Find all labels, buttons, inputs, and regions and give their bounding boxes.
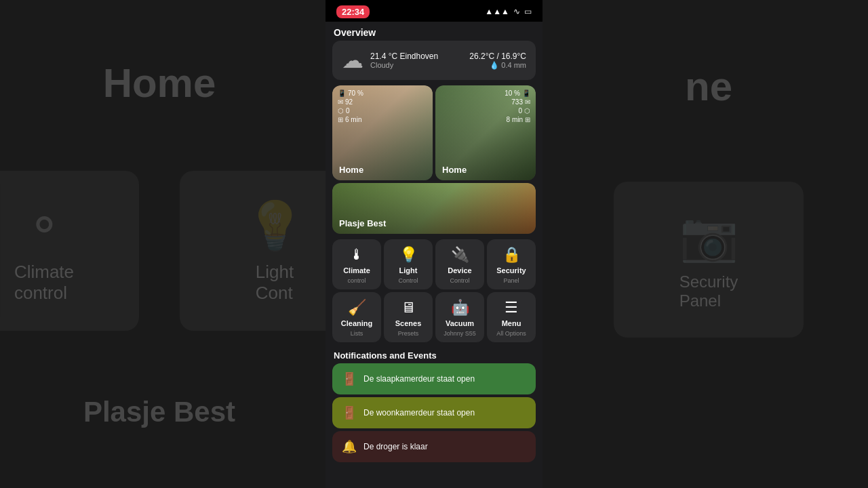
- signal-icon: ▲▲▲: [485, 7, 509, 16]
- card2-stats: 📱 10 % ✉ 733 ⬡ 0 ⊞ 8 min: [505, 89, 530, 123]
- device-label: Device: [448, 266, 471, 274]
- status-bar: 22:34 ▲▲▲ ∿ ▭: [326, 0, 542, 22]
- menu-icon: ☰: [505, 299, 518, 317]
- bg-plasje-label: Plasje Best: [83, 396, 235, 428]
- card2-label: Home: [442, 165, 467, 175]
- notification-3[interactable]: 🔔 De droger is klaar: [332, 431, 536, 462]
- overview-header: Overview: [326, 22, 542, 41]
- actions-grid: 🌡 Climate control 💡 Light Control 🔌 Devi…: [332, 239, 536, 342]
- scenes-sub: Presets: [398, 330, 419, 337]
- cube-icon-1: ⬡: [338, 107, 344, 115]
- scenes-label: Scenes: [395, 319, 422, 327]
- vacuum-button[interactable]: 🤖 Vacuum Johnny S55: [435, 292, 484, 342]
- bg-light-label: LightCont: [256, 262, 294, 304]
- security-button[interactable]: 🔒 Security Panel: [487, 239, 536, 289]
- menu-sub: All Options: [496, 330, 526, 337]
- phone-icon-1: 📱: [338, 89, 346, 97]
- weather-right: 26.2°C / 16.9°C 💧 0.4 mm: [469, 52, 526, 70]
- notifications-header: Notifications and Events: [326, 345, 542, 363]
- notif-appliance-icon: 🔔: [342, 439, 357, 454]
- climate-button[interactable]: 🌡 Climate control: [332, 239, 381, 289]
- battery-icon: ▭: [524, 7, 532, 16]
- scenes-button[interactable]: 🖥 Scenes Presets: [384, 292, 433, 342]
- weather-rain: 💧 0.4 mm: [469, 61, 526, 70]
- light-label: Light: [399, 266, 418, 274]
- home-cards-grid: 📱 70 % ✉ 92 ⬡ 0 ⊞ 6 min: [332, 85, 536, 234]
- scenes-icon: 🖥: [401, 299, 416, 317]
- device-sub: Control: [450, 277, 469, 284]
- cloud-icon: ☁: [342, 47, 363, 73]
- phone-content[interactable]: Overview ☁ 21.4 °C Eindhoven Cloudy 26.2…: [326, 22, 542, 488]
- weather-card: ☁ 21.4 °C Eindhoven Cloudy 26.2°C / 16.9…: [332, 41, 536, 80]
- grid-icon-2: ⊞: [525, 116, 530, 123]
- notif-door-icon-1: 🚪: [342, 371, 357, 386]
- notification-2[interactable]: 🚪 De woonkamerdeur staat open: [332, 397, 536, 428]
- home-card-2[interactable]: 📱 10 % ✉ 733 ⬡ 0 ⊞ 8 min: [435, 85, 536, 180]
- climate-sub: control: [347, 277, 366, 284]
- notif-text-3: De droger is klaar: [363, 442, 428, 451]
- vacuum-label: Vacuum: [446, 319, 474, 327]
- weather-condition: Cloudy: [370, 61, 462, 69]
- light-sub: Control: [398, 277, 418, 284]
- climate-icon: 🌡: [349, 246, 364, 264]
- security-sub: Panel: [503, 277, 519, 284]
- cleaning-label: Cleaning: [341, 319, 372, 327]
- grid-icon-1: ⊞: [338, 116, 343, 123]
- notif-text-1: De slaapkamerdeur staat open: [363, 374, 475, 384]
- light-button[interactable]: 💡 Light Control: [384, 239, 433, 289]
- bg-home-label: Home: [103, 60, 216, 106]
- status-icons: ▲▲▲ ∿ ▭: [485, 7, 532, 16]
- vacuum-sub: Johnny S55: [443, 330, 476, 337]
- mail-icon-2: ✉: [525, 98, 530, 106]
- notif-text-2: De woonkamerdeur staat open: [363, 408, 475, 418]
- bg-climate-label: Climatecontrol: [14, 262, 74, 304]
- notif-door-icon-2: 🚪: [342, 405, 357, 420]
- cleaning-sub: Lists: [351, 330, 363, 337]
- security-icon: 🔒: [502, 246, 521, 264]
- menu-label: Menu: [502, 319, 521, 327]
- bg-ne-label: ne: [685, 63, 732, 110]
- weather-temp-location: 21.4 °C Eindhoven: [370, 52, 462, 61]
- cleaning-button[interactable]: 🧹 Cleaning Lists: [332, 292, 381, 342]
- home-card-1[interactable]: 📱 70 % ✉ 92 ⬡ 0 ⊞ 6 min: [332, 85, 433, 180]
- cube-icon-2: ⬡: [524, 107, 530, 115]
- vacuum-icon: 🤖: [451, 299, 469, 317]
- card1-stats: 📱 70 % ✉ 92 ⬡ 0 ⊞ 6 min: [338, 89, 427, 123]
- menu-button[interactable]: ☰ Menu All Options: [487, 292, 536, 342]
- bg-placeholder: [707, 409, 711, 425]
- card3-label: Plasje Best: [339, 218, 386, 228]
- device-button[interactable]: 🔌 Device Control: [435, 239, 484, 289]
- cleaning-icon: 🧹: [348, 299, 366, 317]
- card1-label: Home: [339, 165, 363, 175]
- bg-security-label: SecurityPanel: [679, 272, 738, 310]
- notification-1[interactable]: 🚪 De slaapkamerdeur staat open: [332, 363, 536, 394]
- weather-temp-range: 26.2°C / 16.9°C: [469, 52, 526, 61]
- wifi-icon: ∿: [513, 7, 520, 16]
- weather-info: 21.4 °C Eindhoven Cloudy: [370, 52, 462, 69]
- climate-label: Climate: [343, 266, 370, 274]
- status-time: 22:34: [336, 5, 370, 18]
- home-card-3[interactable]: Plasje Best: [332, 183, 536, 234]
- security-label: Security: [496, 266, 526, 274]
- light-icon: 💡: [399, 246, 418, 264]
- device-icon: 🔌: [451, 246, 469, 264]
- phone-icon-2: 📱: [522, 89, 530, 97]
- mail-icon-1: ✉: [338, 98, 343, 106]
- phone-frame: 22:34 ▲▲▲ ∿ ▭ Overview ☁ 21.4 °C Eindhov…: [326, 0, 542, 488]
